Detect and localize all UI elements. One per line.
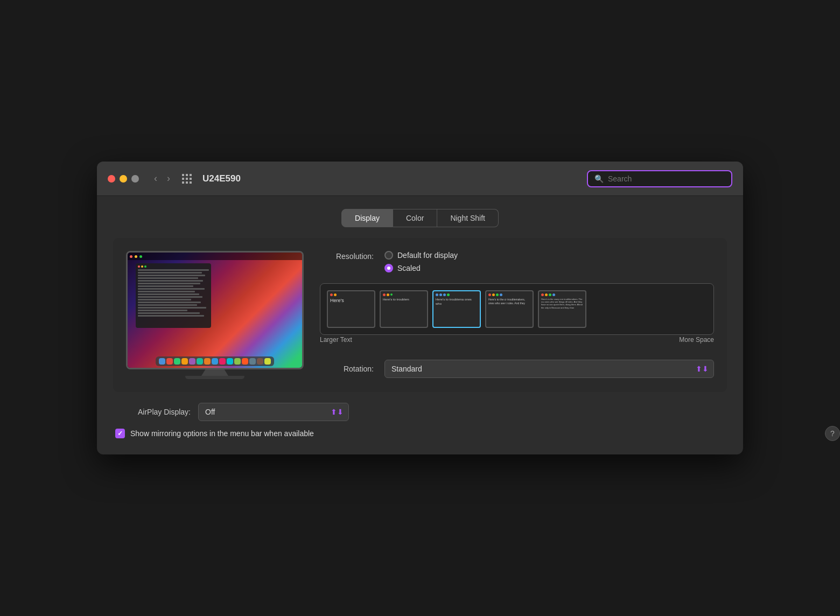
minimize-button[interactable] bbox=[120, 175, 127, 183]
rotation-label: Rotation: bbox=[320, 365, 374, 373]
more-space-label: More Space bbox=[679, 336, 714, 344]
resolution-scaled-radio[interactable] bbox=[384, 264, 393, 272]
scale-labels-row: Larger Text More Space bbox=[320, 336, 714, 344]
checkbox-row: ✓ Show mirroring options in the menu bar… bbox=[115, 429, 725, 438]
scaled-options: Here's Here's to trouble bbox=[320, 283, 714, 335]
monitor-frame bbox=[126, 251, 304, 369]
mirroring-label: Show mirroring options in the menu bar w… bbox=[130, 429, 314, 438]
mini-text-lines bbox=[138, 269, 209, 317]
scale-preview-3: Here's to troublema ones who bbox=[432, 290, 481, 328]
titlebar: ‹ › U24E590 🔍 bbox=[97, 162, 743, 196]
monitor-menu-dots bbox=[130, 255, 142, 258]
main-panel: Resolution: Default for display Scaled bbox=[113, 238, 727, 392]
forward-button[interactable]: › bbox=[164, 171, 173, 186]
airplay-select[interactable]: Off Apple TV AirPlay bbox=[198, 403, 349, 421]
mini-window bbox=[136, 263, 211, 328]
scale-option-1[interactable]: Here's bbox=[327, 290, 375, 328]
scale-option-2[interactable]: Here's to troublem bbox=[380, 290, 428, 328]
scale-preview-4: Here's to the cr troublemakers, ones who… bbox=[485, 290, 534, 328]
resolution-section: Resolution: Default for display Scaled bbox=[320, 251, 714, 272]
monitor-menubar bbox=[128, 253, 302, 260]
bottom-section: AirPlay Display: Off Apple TV AirPlay ⬆⬇… bbox=[113, 403, 727, 438]
grid-icon[interactable] bbox=[182, 174, 192, 184]
search-icon: 🔍 bbox=[594, 174, 604, 183]
monitor-stand-base bbox=[185, 376, 244, 379]
scaled-options-container: Here's Here's to trouble bbox=[320, 283, 714, 344]
monitor-screen bbox=[128, 253, 302, 368]
airplay-row: AirPlay Display: Off Apple TV AirPlay ⬆⬇ bbox=[115, 403, 725, 421]
mini-titlebar bbox=[138, 265, 209, 268]
scale-option-5[interactable]: Here's to the crazy one troublemakers. T… bbox=[538, 290, 586, 328]
scale-preview-1: Here's bbox=[327, 290, 375, 328]
airplay-select-wrapper: Off Apple TV AirPlay ⬆⬇ bbox=[198, 403, 349, 421]
larger-text-label: Larger Text bbox=[320, 336, 352, 344]
scale-option-4[interactable]: Here's to the cr troublemakers, ones who… bbox=[485, 290, 534, 328]
window-title: U24E590 bbox=[202, 173, 580, 184]
footer-row: ✓ Show mirroring options in the menu bar… bbox=[115, 429, 725, 438]
tab-night-shift[interactable]: Night Shift bbox=[437, 209, 499, 227]
search-box[interactable]: 🔍 bbox=[587, 170, 732, 187]
tab-color[interactable]: Color bbox=[393, 209, 437, 227]
checkbox-checkmark: ✓ bbox=[117, 430, 123, 437]
resolution-scaled-label: Scaled bbox=[397, 264, 421, 272]
back-button[interactable]: ‹ bbox=[151, 171, 160, 186]
airplay-label: AirPlay Display: bbox=[115, 408, 191, 416]
close-button[interactable] bbox=[108, 175, 115, 183]
main-window: ‹ › U24E590 🔍 Display Color Night Shift bbox=[97, 162, 743, 454]
scale-option-3[interactable]: Here's to troublema ones who bbox=[432, 290, 481, 328]
settings-area: Resolution: Default for display Scaled bbox=[320, 251, 714, 379]
resolution-default-label: Default for display bbox=[397, 251, 458, 260]
rotation-section: Rotation: Standard 90° 180° 270° ⬆⬇ bbox=[320, 360, 714, 378]
rotation-select[interactable]: Standard 90° 180° 270° bbox=[384, 360, 714, 378]
nav-buttons: ‹ › bbox=[151, 171, 173, 186]
resolution-label: Resolution: bbox=[320, 251, 374, 261]
content: Display Color Night Shift bbox=[97, 196, 743, 454]
scale-preview-5: Here's to the crazy one troublemakers. T… bbox=[538, 290, 586, 328]
monitor-area bbox=[126, 251, 304, 379]
resolution-default-option[interactable]: Default for display bbox=[384, 251, 458, 260]
rotation-select-wrapper: Standard 90° 180° 270° ⬆⬇ bbox=[384, 360, 714, 378]
traffic-lights bbox=[108, 175, 139, 183]
resolution-options: Default for display Scaled bbox=[384, 251, 458, 272]
monitor-dock bbox=[156, 356, 274, 366]
tab-bar: Display Color Night Shift bbox=[113, 209, 727, 227]
mirroring-checkbox[interactable]: ✓ bbox=[115, 429, 125, 438]
resolution-default-radio[interactable] bbox=[384, 251, 393, 260]
search-input[interactable] bbox=[608, 174, 725, 183]
maximize-button[interactable] bbox=[131, 175, 139, 183]
monitor-stand-neck bbox=[201, 369, 228, 376]
resolution-scaled-option[interactable]: Scaled bbox=[384, 264, 458, 272]
scale-preview-2: Here's to troublem bbox=[380, 290, 428, 328]
tab-display[interactable]: Display bbox=[341, 209, 393, 227]
